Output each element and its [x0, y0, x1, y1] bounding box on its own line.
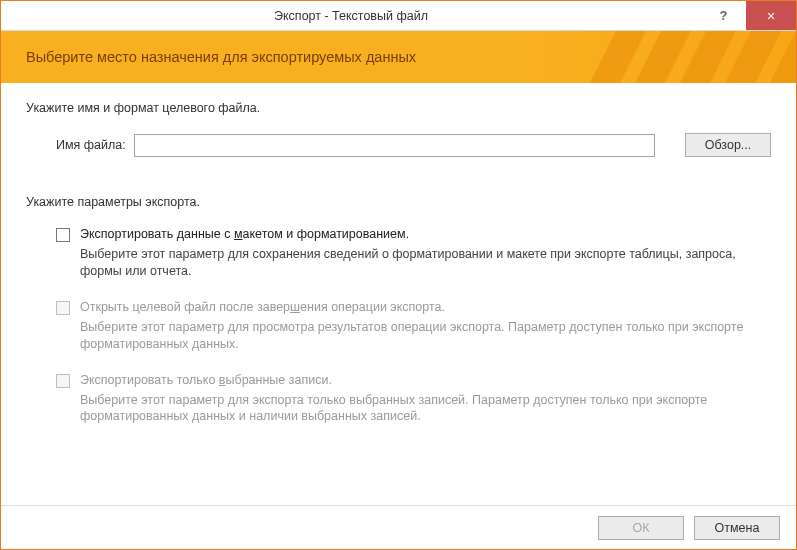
svg-marker-2 — [680, 31, 736, 83]
option-export-layout: Экспортировать данные с макетом и формат… — [56, 227, 771, 280]
help-button[interactable]: ? — [701, 1, 746, 30]
option-open-after: Открыть целевой файл после завершения оп… — [56, 300, 771, 353]
svg-marker-0 — [590, 31, 646, 83]
option-title: Экспортировать только выбранные записи. — [80, 373, 771, 387]
option-title: Экспортировать данные с макетом и формат… — [80, 227, 771, 241]
options-group: Экспортировать данные с макетом и формат… — [56, 227, 771, 425]
cancel-button[interactable]: Отмена — [694, 516, 780, 540]
banner-heading: Выберите место назначения для экспортиру… — [26, 49, 416, 65]
banner: Выберите место назначения для экспортиру… — [1, 31, 796, 83]
banner-decor-icon — [576, 31, 796, 83]
footer: ОК Отмена — [1, 505, 796, 549]
svg-marker-3 — [725, 31, 781, 83]
content-area: Укажите имя и формат целевого файла. Имя… — [1, 83, 796, 505]
ok-button[interactable]: ОК — [598, 516, 684, 540]
file-row: Имя файла: Обзор... — [56, 133, 771, 157]
titlebar-buttons: ? × — [701, 1, 796, 30]
titlebar: Экспорт - Текстовый файл ? × — [1, 1, 796, 31]
option-body: Экспортировать только выбранные записи. … — [80, 373, 771, 426]
checkbox-selected-only — [56, 374, 70, 388]
option-desc: Выберите этот параметр для просмотра рез… — [80, 319, 771, 353]
option-desc: Выберите этот параметр для экспорта толь… — [80, 392, 771, 426]
params-section-label: Укажите параметры экспорта. — [26, 195, 771, 209]
svg-marker-1 — [635, 31, 691, 83]
browse-button[interactable]: Обзор... — [685, 133, 771, 157]
checkbox-export-layout[interactable] — [56, 228, 70, 242]
option-desc: Выберите этот параметр для сохранения св… — [80, 246, 771, 280]
option-selected-only: Экспортировать только выбранные записи. … — [56, 373, 771, 426]
file-label: Имя файла: — [56, 138, 126, 152]
filename-input[interactable] — [134, 134, 655, 157]
export-dialog: Экспорт - Текстовый файл ? × Выберите ме… — [0, 0, 797, 550]
destination-section-label: Укажите имя и формат целевого файла. — [26, 101, 771, 115]
option-title: Открыть целевой файл после завершения оп… — [80, 300, 771, 314]
checkbox-open-after — [56, 301, 70, 315]
option-body: Открыть целевой файл после завершения оп… — [80, 300, 771, 353]
close-button[interactable]: × — [746, 1, 796, 30]
option-body: Экспортировать данные с макетом и формат… — [80, 227, 771, 280]
window-title: Экспорт - Текстовый файл — [1, 9, 701, 23]
